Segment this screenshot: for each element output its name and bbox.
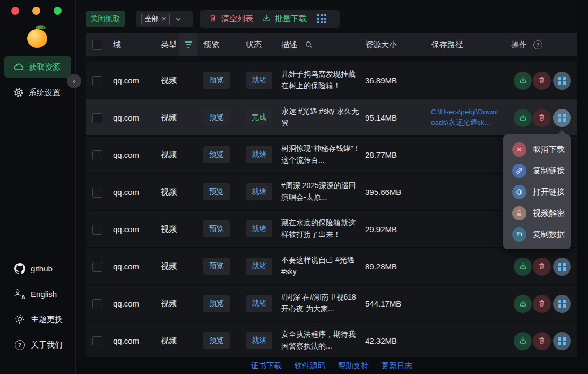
delete-button[interactable] bbox=[533, 109, 551, 127]
window-close-button[interactable] bbox=[11, 7, 19, 15]
more-actions-button[interactable] bbox=[553, 332, 571, 350]
footer-link-certificate[interactable]: 证书下载 bbox=[251, 361, 282, 371]
status-badge: 就绪 bbox=[246, 72, 272, 89]
menu-item-cancel-download[interactable]: ✕ 取消下载 bbox=[503, 139, 571, 160]
download-button[interactable] bbox=[514, 109, 532, 127]
save-path-link[interactable] bbox=[431, 137, 501, 173]
sidebar-item-language[interactable]: 文 A English bbox=[0, 286, 75, 302]
row-checkbox[interactable] bbox=[92, 225, 102, 235]
save-path-link[interactable] bbox=[431, 248, 501, 284]
filter-funnel-icon[interactable] bbox=[184, 33, 192, 56]
grid-icon bbox=[558, 337, 566, 345]
footer-link-source-code[interactable]: 软件源码 bbox=[295, 361, 325, 371]
row-checkbox[interactable] bbox=[92, 299, 102, 309]
header-status: 状态 bbox=[246, 33, 262, 56]
row-domain: qq.com bbox=[113, 137, 139, 173]
header-size: 资源大小 bbox=[365, 33, 397, 56]
footer-bar: 证书下载 软件源码 帮助支持 更新日志 bbox=[75, 357, 588, 374]
preview-button[interactable]: 预览 bbox=[203, 72, 230, 89]
table-row[interactable]: qq.com 视频 预览 就绪 不要这样说自己 #光遇 #sky 89.28MB bbox=[86, 248, 577, 285]
trash-icon bbox=[208, 13, 218, 24]
search-icon[interactable] bbox=[305, 33, 313, 56]
download-icon bbox=[518, 112, 528, 124]
footer-link-changelog[interactable]: 更新日志 bbox=[382, 361, 412, 371]
preview-button[interactable]: 预览 bbox=[203, 146, 230, 163]
more-actions-button[interactable] bbox=[553, 109, 571, 127]
row-checkbox[interactable] bbox=[92, 76, 102, 86]
row-checkbox[interactable] bbox=[92, 113, 102, 123]
more-actions-button[interactable] bbox=[553, 258, 571, 276]
row-checkbox[interactable] bbox=[92, 336, 102, 346]
more-actions-button[interactable] bbox=[553, 295, 571, 313]
sidebar-item-github[interactable]: github bbox=[0, 260, 75, 276]
sidebar: 获取资源 系统设置 ‹ github bbox=[0, 0, 76, 374]
table-row[interactable]: qq.com 视频 预览 完成 永远 #光遇 #sky 永久无翼 95.14MB… bbox=[86, 99, 577, 137]
download-icon bbox=[518, 298, 528, 310]
select-all-checkbox[interactable] bbox=[92, 40, 102, 50]
grid-icon bbox=[558, 300, 566, 308]
table-row[interactable]: qq.com 视频 预览 就绪 #周深 在#湖南卫视618开心夜 为大家... … bbox=[86, 285, 577, 322]
window-minimize-button[interactable] bbox=[32, 7, 40, 15]
save-path-link[interactable] bbox=[431, 322, 501, 357]
row-description: 永远 #光遇 #sky 永久无翼 bbox=[281, 99, 361, 135]
save-path-link[interactable] bbox=[431, 211, 501, 247]
sidebar-item-settings[interactable]: 系统设置 bbox=[4, 82, 71, 103]
save-path-link[interactable] bbox=[431, 62, 501, 98]
row-size: 29.92MB bbox=[365, 211, 397, 247]
row-type: 视频 bbox=[161, 174, 177, 210]
sidebar-item-theme[interactable]: 主题更换 bbox=[0, 311, 75, 327]
row-domain: qq.com bbox=[113, 99, 139, 135]
sidebar-item-get-resources[interactable]: 获取资源 bbox=[4, 56, 71, 78]
status-badge: 就绪 bbox=[246, 332, 272, 349]
download-button[interactable] bbox=[514, 332, 532, 350]
more-actions-button[interactable] bbox=[553, 72, 571, 90]
preview-button[interactable]: 预览 bbox=[203, 295, 230, 312]
table-row[interactable]: qq.com 视频 预览 就绪 儿娃子掏鸟窝发现挂藏在树上的保险箱！ 36.89… bbox=[86, 62, 577, 99]
menu-item-video-decrypt[interactable]: 视频解密 bbox=[503, 202, 571, 224]
window-maximize-button[interactable] bbox=[54, 7, 62, 15]
preview-button[interactable]: 预览 bbox=[203, 220, 230, 237]
table-row[interactable]: qq.com 视频 预览 就绪 安全执法程序，期待我国警察执法的... 42.3… bbox=[86, 322, 577, 357]
menu-item-copy-link[interactable]: 复制链接 bbox=[503, 160, 571, 181]
row-checkbox[interactable] bbox=[92, 188, 102, 198]
row-domain: qq.com bbox=[113, 285, 139, 321]
preview-button[interactable]: 预览 bbox=[203, 109, 230, 126]
header-actions: 操作 bbox=[511, 33, 527, 56]
menu-item-open-link[interactable]: 打开链接 bbox=[503, 181, 571, 202]
delete-button[interactable] bbox=[533, 72, 551, 90]
batch-download-button[interactable]: 批量下载 bbox=[262, 13, 307, 24]
menu-item-copy-data[interactable]: 复制数据 bbox=[503, 224, 571, 245]
sidebar-item-label: 主题更换 bbox=[31, 314, 63, 325]
tag-remove-icon[interactable]: ✕ bbox=[161, 15, 166, 22]
trash-icon bbox=[537, 261, 547, 273]
row-description: 不要这样说自己 #光遇 #sky bbox=[281, 248, 361, 284]
stop-capture-button[interactable]: 关闭抓取 bbox=[86, 11, 125, 27]
filter-tag: 全部 ✕ bbox=[141, 13, 170, 26]
download-button[interactable] bbox=[514, 295, 532, 313]
sidebar-item-about[interactable]: ? 关于我们 bbox=[0, 337, 75, 353]
download-button[interactable] bbox=[514, 258, 532, 276]
save-path-link[interactable] bbox=[431, 174, 501, 210]
save-path-link[interactable]: C:\Users\peiqi\Downloads\永远光遇sk... bbox=[431, 99, 501, 135]
layout-grid-icon[interactable] bbox=[317, 14, 327, 24]
row-domain: qq.com bbox=[113, 174, 139, 210]
row-checkbox[interactable] bbox=[92, 262, 102, 272]
sidebar-collapse-handle[interactable]: ‹ bbox=[67, 74, 81, 88]
download-button[interactable] bbox=[514, 72, 532, 90]
preview-button[interactable]: 预览 bbox=[203, 183, 230, 200]
delete-button[interactable] bbox=[533, 258, 551, 276]
row-domain: qq.com bbox=[113, 248, 139, 284]
delete-button[interactable] bbox=[533, 295, 551, 313]
type-filter-dropdown[interactable]: 全部 ✕ bbox=[136, 11, 193, 27]
row-checkbox[interactable] bbox=[92, 150, 102, 160]
trash-icon bbox=[537, 299, 547, 310]
clear-list-button[interactable]: 清空列表 bbox=[208, 13, 253, 24]
save-path-link[interactable] bbox=[431, 285, 501, 321]
row-size: 544.17MB bbox=[365, 285, 401, 321]
delete-button[interactable] bbox=[533, 332, 551, 350]
footer-link-help[interactable]: 帮助支持 bbox=[338, 361, 369, 371]
help-icon[interactable]: ? bbox=[533, 33, 542, 56]
preview-button[interactable]: 预览 bbox=[203, 332, 230, 349]
preview-button[interactable]: 预览 bbox=[203, 258, 230, 275]
sidebar-item-label: English bbox=[31, 290, 57, 299]
